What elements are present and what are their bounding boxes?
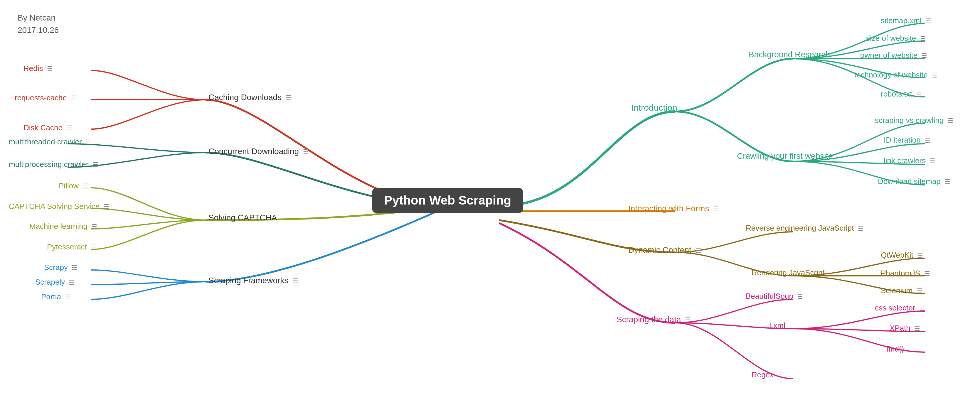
download-sitemap-label: Download sitemap ☰ xyxy=(878,177,950,186)
pillow-label: Pillow ☰ xyxy=(59,181,88,191)
solving-captcha-label: Solving CAPTCHA xyxy=(208,213,277,223)
size-website-label: size of website ☰ xyxy=(866,34,926,43)
link-crawlers-icon[interactable]: ☰ xyxy=(929,157,935,165)
concurrent-icon[interactable]: ☰ xyxy=(303,148,309,156)
redis-icon[interactable]: ☰ xyxy=(47,65,53,73)
scraping-data-icon[interactable]: ☰ xyxy=(685,317,691,324)
phantomjs-label: PhantomJS ☰ xyxy=(881,269,930,278)
scraping-fw-icon[interactable]: ☰ xyxy=(293,277,298,285)
css-selector-icon[interactable]: ☰ xyxy=(919,305,925,312)
robots-txt-label: robots.txt ☰ xyxy=(881,89,922,99)
concurrent-downloading-label: Concurrent Downloading ☰ xyxy=(208,147,309,156)
multiprocessing-icon[interactable]: ☰ xyxy=(92,161,99,169)
beautifulsoup-label: BeautifulSoup ☰ xyxy=(746,292,803,301)
scrapely-icon[interactable]: ☰ xyxy=(69,279,75,286)
caching-downloads-icon[interactable]: ☰ xyxy=(286,94,291,102)
interacting-forms-label: Interacting with Forms ☰ xyxy=(628,204,719,213)
robots-txt-icon[interactable]: ☰ xyxy=(916,91,922,98)
portia-label: Portia ☰ xyxy=(41,292,71,301)
selenium-icon[interactable]: ☰ xyxy=(916,287,923,295)
interacting-forms-icon[interactable]: ☰ xyxy=(713,205,719,213)
machine-learning-icon[interactable]: ☰ xyxy=(91,223,97,231)
reverse-engineering-icon[interactable]: ☰ xyxy=(858,225,864,232)
center-node: Python Web Scraping xyxy=(372,188,523,213)
disk-cache-icon[interactable]: ☰ xyxy=(66,124,72,132)
selenium-label: Selenium ☰ xyxy=(881,286,923,295)
size-website-icon[interactable]: ☰ xyxy=(920,35,926,43)
link-crawlers-label: link crawlers ☰ xyxy=(884,156,935,165)
introduction-label: Introduction xyxy=(631,103,677,113)
redis-label: Redis ☰ xyxy=(24,64,53,73)
author-info: By Netcan 2017.10.26 xyxy=(18,12,59,37)
phantomjs-icon[interactable]: ☰ xyxy=(924,270,930,278)
dynamic-content-label: Dynamic Content ☰ xyxy=(628,245,702,255)
reverse-engineering-label: Reverse engineering JavaScript ☰ xyxy=(746,224,864,233)
requests-cache-label: requests-cache ☰ xyxy=(15,93,76,102)
multithreaded-icon[interactable]: ☰ xyxy=(86,138,92,146)
scrapy-label: Scrapy ☰ xyxy=(44,263,78,272)
pytesseract-label: Pytesseract ☰ xyxy=(47,242,97,251)
author-line1: By Netcan xyxy=(18,12,59,24)
requests-cache-icon[interactable]: ☰ xyxy=(71,94,76,102)
crawling-label: Crawling your first website xyxy=(737,151,833,161)
author-line2: 2017.10.26 xyxy=(18,24,59,37)
xpath-icon[interactable]: ☰ xyxy=(914,325,920,332)
sitemap-xml-label: sitemap.xml ☰ xyxy=(881,16,931,25)
id-iteration-icon[interactable]: ☰ xyxy=(924,137,931,145)
sitemap-xml-icon[interactable]: ☰ xyxy=(925,17,931,25)
find-label: find() xyxy=(887,345,904,353)
portia-icon[interactable]: ☰ xyxy=(65,293,71,301)
scraping-vs-crawling-icon[interactable]: ☰ xyxy=(947,117,953,125)
owner-website-label: owner of website ☰ xyxy=(860,51,927,60)
pillow-icon[interactable]: ☰ xyxy=(83,183,88,190)
scrapely-label: Scrapely ☰ xyxy=(35,278,75,287)
regex-label: Regex ☰ xyxy=(752,370,783,379)
scrapy-icon[interactable]: ☰ xyxy=(72,264,78,272)
qtwebkit-label: QtWebKit ☰ xyxy=(881,251,923,260)
pytesseract-icon[interactable]: ☰ xyxy=(91,243,97,251)
css-selector-label: css selector ☰ xyxy=(875,304,925,313)
captcha-service-label: CAPTCHA Solving Service ☰ xyxy=(9,202,109,211)
technology-website-label: technology of website ☰ xyxy=(854,70,937,80)
scraping-data-label: Scraping the data ☰ xyxy=(617,315,691,324)
regex-icon[interactable]: ☰ xyxy=(778,372,783,379)
captcha-service-icon[interactable]: ☰ xyxy=(103,203,109,211)
background-research-label: Background Research xyxy=(749,50,830,59)
disk-cache-label: Disk Cache ☰ xyxy=(24,123,72,132)
rendering-js-label: Rendering JavaScript xyxy=(752,268,825,277)
technology-website-icon[interactable]: ☰ xyxy=(932,72,937,79)
lxml-label: Lxml xyxy=(769,321,785,330)
scraping-vs-crawling-label: scraping vs crawling ☰ xyxy=(875,116,953,125)
multithreaded-label: multithreaded crawler ☰ xyxy=(9,137,92,146)
id-iteration-label: ID iteration ☰ xyxy=(884,135,931,145)
owner-website-icon[interactable]: ☰ xyxy=(921,52,927,60)
scraping-frameworks-label: Scraping Frameworks ☰ xyxy=(208,276,298,285)
dynamic-content-icon[interactable]: ☰ xyxy=(695,247,702,255)
caching-downloads-label: Caching Downloads ☰ xyxy=(208,93,291,102)
beautifulsoup-icon[interactable]: ☰ xyxy=(797,293,803,301)
download-sitemap-icon[interactable]: ☰ xyxy=(945,178,950,186)
qtwebkit-icon[interactable]: ☰ xyxy=(917,252,923,259)
machine-learning-label: Machine learning ☰ xyxy=(29,222,97,231)
multiprocessing-label: multiprocessing crawler ☰ xyxy=(9,160,99,169)
xpath-label: XPath ☰ xyxy=(889,324,920,333)
